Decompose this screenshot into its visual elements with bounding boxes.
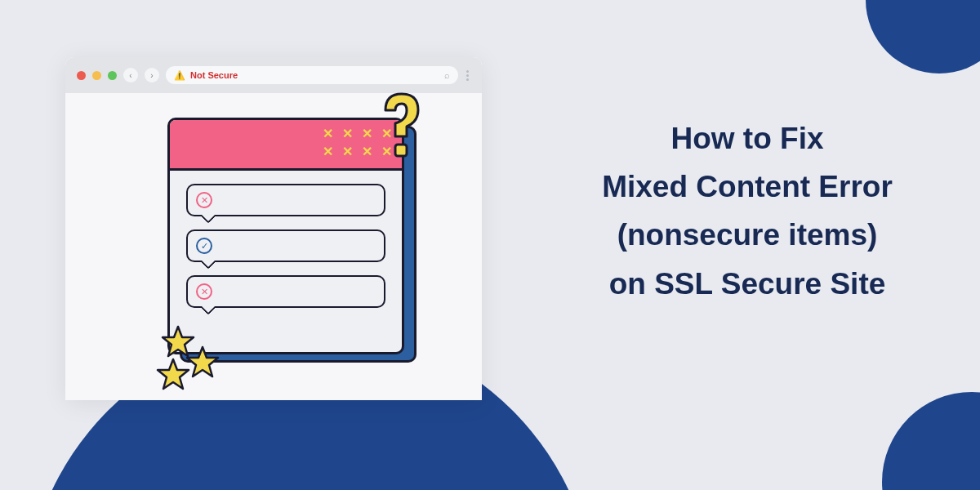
decorative-circle-bottom-right [882, 392, 980, 490]
window-minimize-dot [92, 71, 101, 80]
search-icon: ⌕ [444, 70, 450, 80]
forward-button[interactable]: › [145, 68, 159, 82]
x-icon: ✕ [320, 127, 335, 141]
list-item: ✓ [186, 229, 385, 262]
security-status: Not Secure [190, 70, 238, 80]
stars-decoration [155, 323, 229, 392]
list-item: ✕ [186, 184, 385, 216]
success-icon: ✓ [196, 238, 212, 254]
x-icon: ✕ [340, 145, 354, 159]
headline-line3: (nonsecure items) [555, 211, 939, 259]
window-maximize-dot [108, 71, 117, 80]
back-button[interactable]: ‹ [123, 68, 138, 82]
svg-rect-0 [395, 145, 407, 156]
error-icon: ✕ [196, 283, 212, 300]
address-bar[interactable]: ⚠️ Not Secure ⌕ [166, 66, 458, 84]
x-icon: ✕ [320, 145, 335, 159]
list-item: ✕ [186, 275, 385, 308]
content-card: ✕ ✕ ✕ ✕ ✕ ✕ ✕ ✕ ✕ ✓ ✕ [167, 118, 404, 354]
x-icon: ✕ [340, 127, 354, 141]
headline-line4: on SSL Secure Site [555, 260, 939, 308]
warning-icon: ⚠️ [174, 70, 185, 81]
headline-line2: Mixed Content Error [555, 163, 939, 211]
error-icon: ✕ [196, 192, 212, 208]
browser-window: ‹ › ⚠️ Not Secure ⌕ ✕ ✕ ✕ ✕ ✕ ✕ ✕ ✕ [65, 57, 482, 400]
page-title: How to Fix Mixed Content Error (nonsecur… [555, 114, 939, 308]
question-mark-icon [371, 87, 428, 169]
decorative-circle-top [866, 0, 980, 74]
window-close-dot [77, 71, 86, 80]
headline-line1: How to Fix [555, 114, 939, 163]
card-header: ✕ ✕ ✕ ✕ ✕ ✕ ✕ ✕ [170, 120, 402, 171]
menu-button[interactable] [465, 70, 470, 81]
browser-viewport: ✕ ✕ ✕ ✕ ✕ ✕ ✕ ✕ ✕ ✓ ✕ [65, 93, 482, 400]
